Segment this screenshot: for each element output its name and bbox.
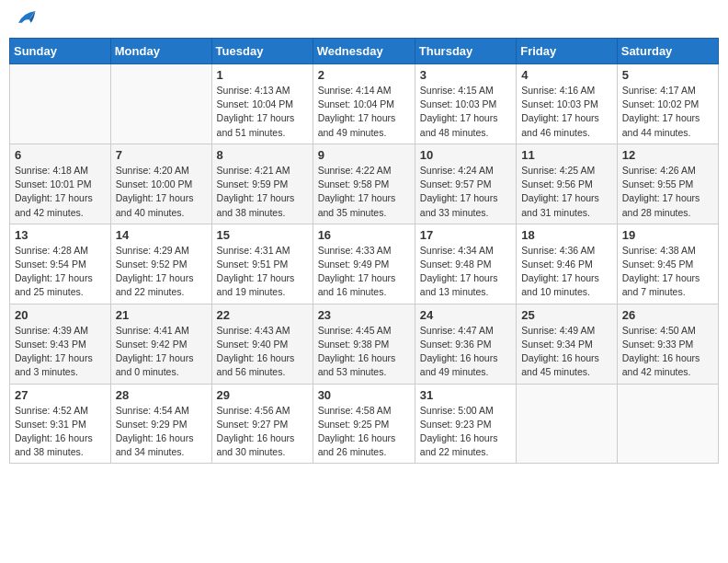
calendar-cell — [517, 384, 618, 464]
week-row-1: 1Sunrise: 4:13 AM Sunset: 10:04 PM Dayli… — [10, 64, 719, 144]
day-number: 8 — [217, 148, 308, 162]
calendar-cell: 28Sunrise: 4:54 AM Sunset: 9:29 PM Dayli… — [110, 384, 211, 464]
day-number: 18 — [521, 228, 612, 242]
day-number: 3 — [420, 68, 511, 82]
day-number: 11 — [521, 148, 612, 162]
calendar-cell: 14Sunrise: 4:29 AM Sunset: 9:52 PM Dayli… — [110, 224, 211, 304]
day-number: 10 — [420, 148, 511, 162]
day-info: Sunrise: 4:14 AM Sunset: 10:04 PM Daylig… — [318, 84, 410, 140]
day-number: 29 — [217, 388, 308, 402]
day-number: 30 — [318, 388, 410, 402]
day-number: 26 — [622, 308, 713, 322]
day-info: Sunrise: 4:25 AM Sunset: 9:56 PM Dayligh… — [521, 164, 612, 220]
day-info: Sunrise: 4:43 AM Sunset: 9:40 PM Dayligh… — [217, 324, 308, 380]
calendar-cell: 23Sunrise: 4:45 AM Sunset: 9:38 PM Dayli… — [313, 304, 415, 384]
calendar-cell — [617, 384, 718, 464]
day-info: Sunrise: 4:52 AM Sunset: 9:31 PM Dayligh… — [15, 404, 106, 460]
day-info: Sunrise: 4:41 AM Sunset: 9:42 PM Dayligh… — [116, 324, 207, 380]
day-info: Sunrise: 4:16 AM Sunset: 10:03 PM Daylig… — [521, 84, 612, 140]
calendar-cell: 9Sunrise: 4:22 AM Sunset: 9:58 PM Daylig… — [313, 144, 415, 224]
day-number: 15 — [217, 228, 308, 242]
day-number: 24 — [420, 308, 511, 322]
day-info: Sunrise: 5:00 AM Sunset: 9:23 PM Dayligh… — [420, 404, 511, 460]
day-info: Sunrise: 4:22 AM Sunset: 9:58 PM Dayligh… — [318, 164, 410, 220]
calendar-cell — [110, 64, 211, 144]
calendar-cell: 8Sunrise: 4:21 AM Sunset: 9:59 PM Daylig… — [211, 144, 313, 224]
day-info: Sunrise: 4:56 AM Sunset: 9:27 PM Dayligh… — [217, 404, 308, 460]
calendar-table: SundayMondayTuesdayWednesdayThursdayFrid… — [9, 38, 719, 464]
calendar-cell: 30Sunrise: 4:58 AM Sunset: 9:25 PM Dayli… — [313, 384, 415, 464]
calendar-cell: 22Sunrise: 4:43 AM Sunset: 9:40 PM Dayli… — [211, 304, 313, 384]
day-info: Sunrise: 4:36 AM Sunset: 9:46 PM Dayligh… — [521, 244, 612, 300]
calendar-cell: 11Sunrise: 4:25 AM Sunset: 9:56 PM Dayli… — [517, 144, 618, 224]
day-info: Sunrise: 4:33 AM Sunset: 9:49 PM Dayligh… — [318, 244, 410, 300]
day-info: Sunrise: 4:29 AM Sunset: 9:52 PM Dayligh… — [116, 244, 207, 300]
day-number: 27 — [15, 388, 106, 402]
header-thursday: Thursday — [415, 39, 516, 64]
calendar-cell: 18Sunrise: 4:36 AM Sunset: 9:46 PM Dayli… — [517, 224, 618, 304]
day-number: 1 — [217, 68, 308, 82]
day-info: Sunrise: 4:45 AM Sunset: 9:38 PM Dayligh… — [318, 324, 410, 380]
day-info: Sunrise: 4:50 AM Sunset: 9:33 PM Dayligh… — [622, 324, 713, 380]
calendar-cell: 27Sunrise: 4:52 AM Sunset: 9:31 PM Dayli… — [10, 384, 111, 464]
day-info: Sunrise: 4:20 AM Sunset: 10:00 PM Daylig… — [116, 164, 207, 220]
calendar-cell: 12Sunrise: 4:26 AM Sunset: 9:55 PM Dayli… — [617, 144, 718, 224]
day-info: Sunrise: 4:17 AM Sunset: 10:02 PM Daylig… — [622, 84, 713, 140]
day-number: 23 — [318, 308, 410, 322]
calendar-cell: 4Sunrise: 4:16 AM Sunset: 10:03 PM Dayli… — [517, 64, 618, 144]
day-info: Sunrise: 4:15 AM Sunset: 10:03 PM Daylig… — [420, 84, 511, 140]
day-info: Sunrise: 4:34 AM Sunset: 9:48 PM Dayligh… — [420, 244, 511, 300]
day-number: 4 — [521, 68, 612, 82]
week-row-3: 13Sunrise: 4:28 AM Sunset: 9:54 PM Dayli… — [10, 224, 719, 304]
header-monday: Monday — [110, 39, 211, 64]
calendar-cell: 21Sunrise: 4:41 AM Sunset: 9:42 PM Dayli… — [110, 304, 211, 384]
calendar-cell: 10Sunrise: 4:24 AM Sunset: 9:57 PM Dayli… — [415, 144, 516, 224]
calendar-cell: 15Sunrise: 4:31 AM Sunset: 9:51 PM Dayli… — [211, 224, 313, 304]
day-info: Sunrise: 4:49 AM Sunset: 9:34 PM Dayligh… — [521, 324, 612, 380]
day-info: Sunrise: 4:31 AM Sunset: 9:51 PM Dayligh… — [217, 244, 308, 300]
day-number: 6 — [15, 148, 106, 162]
header-sunday: Sunday — [10, 39, 111, 64]
day-number: 13 — [15, 228, 106, 242]
calendar-cell: 19Sunrise: 4:38 AM Sunset: 9:45 PM Dayli… — [617, 224, 718, 304]
calendar-cell: 17Sunrise: 4:34 AM Sunset: 9:48 PM Dayli… — [415, 224, 516, 304]
day-info: Sunrise: 4:39 AM Sunset: 9:43 PM Dayligh… — [15, 324, 106, 380]
day-number: 21 — [116, 308, 207, 322]
logo-bird-icon — [15, 9, 37, 28]
day-info: Sunrise: 4:54 AM Sunset: 9:29 PM Dayligh… — [116, 404, 207, 460]
calendar-cell: 1Sunrise: 4:13 AM Sunset: 10:04 PM Dayli… — [211, 64, 313, 144]
calendar-header-row: SundayMondayTuesdayWednesdayThursdayFrid… — [10, 39, 719, 64]
calendar-cell — [10, 64, 111, 144]
day-number: 17 — [420, 228, 511, 242]
calendar-cell: 31Sunrise: 5:00 AM Sunset: 9:23 PM Dayli… — [415, 384, 516, 464]
day-number: 2 — [318, 68, 410, 82]
day-info: Sunrise: 4:13 AM Sunset: 10:04 PM Daylig… — [217, 84, 308, 140]
calendar-cell: 13Sunrise: 4:28 AM Sunset: 9:54 PM Dayli… — [10, 224, 111, 304]
calendar-cell: 2Sunrise: 4:14 AM Sunset: 10:04 PM Dayli… — [313, 64, 415, 144]
calendar-cell: 25Sunrise: 4:49 AM Sunset: 9:34 PM Dayli… — [517, 304, 618, 384]
calendar-cell: 5Sunrise: 4:17 AM Sunset: 10:02 PM Dayli… — [617, 64, 718, 144]
day-number: 28 — [116, 388, 207, 402]
calendar-cell: 6Sunrise: 4:18 AM Sunset: 10:01 PM Dayli… — [10, 144, 111, 224]
calendar-cell: 3Sunrise: 4:15 AM Sunset: 10:03 PM Dayli… — [415, 64, 516, 144]
header-wednesday: Wednesday — [313, 39, 415, 64]
logo-wordmark — [13, 9, 37, 32]
day-number: 5 — [622, 68, 713, 82]
calendar-cell: 7Sunrise: 4:20 AM Sunset: 10:00 PM Dayli… — [110, 144, 211, 224]
day-info: Sunrise: 4:26 AM Sunset: 9:55 PM Dayligh… — [622, 164, 713, 220]
day-info: Sunrise: 4:21 AM Sunset: 9:59 PM Dayligh… — [217, 164, 308, 220]
day-number: 14 — [116, 228, 207, 242]
day-number: 12 — [622, 148, 713, 162]
day-info: Sunrise: 4:28 AM Sunset: 9:54 PM Dayligh… — [15, 244, 106, 300]
day-number: 25 — [521, 308, 612, 322]
day-number: 20 — [15, 308, 106, 322]
day-info: Sunrise: 4:58 AM Sunset: 9:25 PM Dayligh… — [318, 404, 410, 460]
day-number: 19 — [622, 228, 713, 242]
week-row-5: 27Sunrise: 4:52 AM Sunset: 9:31 PM Dayli… — [10, 384, 719, 464]
calendar-cell: 24Sunrise: 4:47 AM Sunset: 9:36 PM Dayli… — [415, 304, 516, 384]
logo — [13, 9, 37, 32]
day-number: 16 — [318, 228, 410, 242]
calendar-cell: 29Sunrise: 4:56 AM Sunset: 9:27 PM Dayli… — [211, 384, 313, 464]
header-saturday: Saturday — [617, 39, 718, 64]
day-number: 9 — [318, 148, 410, 162]
